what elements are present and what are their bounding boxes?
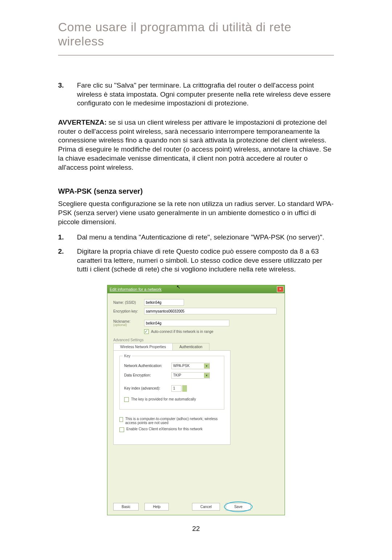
warning-label: AVVERTENZA:: [58, 118, 107, 126]
key-index-stepper[interactable]: 1: [171, 385, 181, 392]
help-button[interactable]: Help: [144, 503, 169, 511]
dialog-title: Edit information for a network: [110, 287, 162, 292]
page-title: Come usare il programma di utilità di re…: [58, 20, 334, 48]
cancel-button[interactable]: Cancel: [192, 503, 220, 511]
basic-button[interactable]: Basic: [113, 503, 139, 511]
dropdown-icon: ▾: [204, 363, 209, 368]
cursor-icon: ↖: [176, 284, 180, 290]
key-group-label: Key: [123, 354, 132, 358]
close-button[interactable]: ✕: [277, 286, 283, 292]
data-encryption-value: TKIP: [173, 373, 181, 378]
network-auth-value: WPA-PSK: [173, 363, 189, 368]
data-encryption-select[interactable]: TKIP ▾: [171, 372, 210, 379]
nickname-input[interactable]: belkin54g: [144, 320, 229, 326]
network-auth-select[interactable]: WPA-PSK ▾: [171, 363, 210, 369]
ssid-label: Name: (SSID): [113, 300, 144, 305]
tab-panel-properties: Key Network Authentication: WPA-PSK ▾ Da…: [113, 350, 230, 445]
wpa-step-num-1: 1.: [58, 233, 77, 242]
wpa-step-1-text: Dal menu a tendina "Autenticazione di re…: [77, 233, 334, 242]
data-encryption-label: Data Encryption:: [124, 373, 171, 378]
tab-authentication[interactable]: Authentication: [172, 343, 209, 350]
nickname-label: Nickname: (optional): [113, 319, 144, 327]
advanced-settings-label: Advanced Settings: [113, 338, 279, 342]
dialog-window: Edit information for a network ↖ ✕ Name:…: [107, 285, 285, 515]
dropdown-icon: ▾: [204, 373, 209, 378]
wpa-step-num-2: 2.: [58, 247, 77, 274]
cisco-checkbox[interactable]: [119, 427, 124, 432]
encryption-key-input[interactable]: sammysantos06032005: [144, 308, 277, 314]
network-auth-label: Network Authentication:: [124, 363, 171, 368]
wpa-step-list: 1. Dal menu a tendina "Autenticazione di…: [58, 233, 334, 274]
page-number: 22: [58, 524, 334, 533]
stepper-buttons[interactable]: [182, 385, 187, 392]
wpa-step-2-text: Digitare la propria chiave di rete Quest…: [77, 247, 334, 274]
save-button[interactable]: Save: [226, 503, 251, 511]
nickname-optional: (optional): [113, 323, 144, 327]
adhoc-label: This is a computer-to-computer (adhoc) n…: [125, 417, 224, 425]
warning-paragraph: AVVERTENZA: se si usa un client wireless…: [58, 118, 334, 172]
encryption-key-label: Encryption key:: [113, 309, 144, 314]
adhoc-checkbox[interactable]: [119, 417, 123, 422]
auto-connect-label: Auto-connect if this network is in range: [151, 329, 213, 334]
key-index-label: Key index (advanced):: [124, 386, 171, 391]
ssid-input[interactable]: belkin54g: [144, 299, 184, 306]
warning-text: se si usa un client wireless per attivar…: [58, 118, 331, 171]
step-list-top: 3. Fare clic su "Salva" per terminare. L…: [58, 81, 334, 108]
cisco-label: Enable Cisco Client eXtensions for this …: [126, 427, 203, 431]
wpa-intro: Scegliere questa configurazione se la re…: [58, 200, 334, 226]
tab-wireless-properties[interactable]: Wireless Network Properties: [113, 343, 173, 350]
key-auto-checkbox: [124, 397, 129, 402]
key-auto-label: The key is provided for me automatically: [131, 397, 196, 402]
step-3-text: Fare clic su "Salva" per terminare. La c…: [77, 81, 334, 108]
auto-connect-checkbox[interactable]: [144, 329, 149, 334]
dialog-titlebar: Edit information for a network ↖ ✕: [107, 285, 285, 293]
step-num-3: 3.: [58, 81, 77, 108]
wpa-psk-heading: WPA-PSK (senza server): [58, 186, 334, 196]
